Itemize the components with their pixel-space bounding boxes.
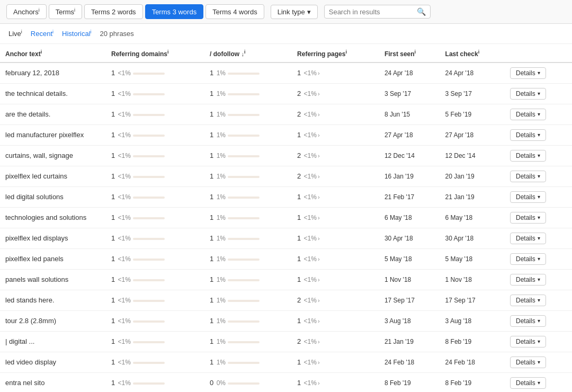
ref-pages-cell: 2 <1%› (292, 331, 379, 352)
dofollow-cell: 1 1% (204, 310, 292, 331)
anchor-text-cell: technologies and solutions (0, 207, 106, 228)
table-row: pixelflex led displays1 <1%1 1%1 <1%›30 … (0, 228, 572, 248)
anchor-text-cell: curtains, wall, signage (0, 145, 106, 166)
table-row: are the details.1 <1%1 1%2 <1%›8 Jun '15… (0, 104, 572, 124)
details-button[interactable]: Details ▾ (510, 67, 546, 79)
ref-pages-cell: 2 <1%› (292, 104, 379, 124)
nav-btn-terms3[interactable]: Terms 3 words (145, 4, 204, 19)
table-row: led stands here.1 <1%1 1%2 <1%›17 Sep '1… (0, 290, 572, 310)
table-row: tour 2.8 (2.8mm)1 <1%1 1%1 <1%›3 Aug '18… (0, 310, 572, 331)
first-seen-cell: 30 Apr '18 (379, 228, 440, 248)
details-cell: Details ▾ (505, 352, 572, 372)
ref-domains-cell: 1 <1% (106, 83, 204, 104)
col-header-1[interactable]: Referring domainsi (106, 44, 204, 63)
first-seen-cell: 21 Feb '17 (379, 186, 440, 207)
details-button[interactable]: Details ▾ (510, 253, 546, 265)
ref-pages-cell: 1 <1%› (292, 310, 379, 331)
nav-btn-anchors[interactable]: Anchorsi (6, 4, 47, 19)
details-button[interactable]: Details ▾ (510, 191, 546, 203)
col-header-4[interactable]: First seeni (379, 44, 440, 63)
col-header-0[interactable]: Anchor texti (0, 44, 106, 63)
first-seen-cell: 3 Sep '17 (379, 83, 440, 104)
details-cell: Details ▾ (505, 248, 572, 269)
ref-pages-cell: 1 <1%› (292, 186, 379, 207)
col-header-3[interactable]: Referring pagesi (292, 44, 379, 63)
first-seen-cell: 27 Apr '18 (379, 124, 440, 145)
details-button[interactable]: Details ▾ (510, 357, 546, 368)
first-seen-cell: 3 Aug '18 (379, 310, 440, 331)
table-row: | digital ...1 <1%1 1%2 <1%›21 Jan '198 … (0, 331, 572, 352)
ref-pages-cell: 1 <1%› (292, 207, 379, 228)
col-header-5[interactable]: Last checki (440, 44, 505, 63)
anchor-text-cell: | digital ... (0, 331, 106, 352)
top-navigation: AnchorsiTermsiTerms 2 wordsTerms 3 words… (0, 0, 572, 24)
ref-pages-cell: 1 <1%› (292, 248, 379, 269)
details-button[interactable]: Details ▾ (510, 336, 546, 348)
sub-nav-items: LiveiRecentiHistoricali (8, 29, 92, 38)
phrase-count: 20 phrases (100, 30, 134, 38)
anchor-text-cell: led video display (0, 352, 106, 372)
table-body: february 12, 20181 <1%1 1%1 <1%›24 Apr '… (0, 63, 572, 392)
dofollow-cell: 1 1% (204, 352, 292, 372)
details-cell: Details ▾ (505, 310, 572, 331)
details-button[interactable]: Details ▾ (510, 233, 546, 244)
ref-pages-cell: 1 <1%› (292, 352, 379, 372)
link-type-button[interactable]: Link type ▾ (271, 5, 318, 19)
details-button[interactable]: Details ▾ (510, 129, 546, 141)
col-header-2[interactable]: / dofollow ↓i (204, 44, 292, 63)
data-table-wrap: Anchor textiReferring domainsi/ dofollow… (0, 44, 572, 392)
sub-nav-item-2[interactable]: Historicali (62, 29, 91, 38)
table-header-row: Anchor textiReferring domainsi/ dofollow… (0, 44, 572, 63)
last-check-cell: 3 Aug '18 (440, 310, 505, 331)
ref-pages-cell: 2 <1%› (292, 290, 379, 310)
first-seen-cell: 17 Sep '17 (379, 290, 440, 310)
sub-nav-item-0[interactable]: Livei (8, 29, 22, 38)
ref-domains-cell: 1 <1% (106, 166, 204, 186)
first-seen-cell: 8 Jun '15 (379, 104, 440, 124)
sub-navigation: LiveiRecentiHistoricali 20 phrases (0, 24, 572, 43)
last-check-cell: 8 Feb '19 (440, 331, 505, 352)
nav-btn-terms[interactable]: Termsi (49, 4, 82, 19)
table-row: curtains, wall, signage1 <1%1 1%2 <1%›12… (0, 145, 572, 166)
first-seen-cell: 12 Dec '14 (379, 145, 440, 166)
nav-btn-terms2[interactable]: Terms 2 words (84, 4, 143, 19)
details-button[interactable]: Details ▾ (510, 109, 546, 120)
last-check-cell: 3 Sep '17 (440, 83, 505, 104)
table-row: pixelflex led curtains1 <1%1 1%2 <1%›16 … (0, 166, 572, 186)
details-button[interactable]: Details ▾ (510, 274, 546, 286)
details-button[interactable]: Details ▾ (510, 171, 546, 182)
dofollow-cell: 1 1% (204, 186, 292, 207)
ref-pages-cell: 2 <1%› (292, 166, 379, 186)
link-type-label: Link type (278, 8, 305, 16)
first-seen-cell: 1 Nov '18 (379, 269, 440, 290)
ref-domains-cell: 1 <1% (106, 124, 204, 145)
last-check-cell: 21 Jan '19 (440, 186, 505, 207)
anchor-text-cell: led manufacturer pixelflex (0, 124, 106, 145)
details-button[interactable]: Details ▾ (510, 88, 546, 100)
sub-nav-item-1[interactable]: Recenti (31, 29, 53, 38)
details-button[interactable]: Details ▾ (510, 295, 546, 306)
dofollow-cell: 1 1% (204, 63, 292, 84)
dofollow-cell: 1 1% (204, 269, 292, 290)
details-button[interactable]: Details ▾ (510, 315, 546, 327)
details-button[interactable]: Details ▾ (510, 150, 546, 162)
table-row: february 12, 20181 <1%1 1%1 <1%›24 Apr '… (0, 63, 572, 84)
first-seen-cell: 5 May '18 (379, 248, 440, 269)
details-button[interactable]: Details ▾ (510, 377, 546, 389)
dofollow-cell: 1 1% (204, 145, 292, 166)
search-icon[interactable]: 🔍 (417, 7, 426, 16)
first-seen-cell: 24 Apr '18 (379, 63, 440, 84)
ref-domains-cell: 1 <1% (106, 145, 204, 166)
details-cell: Details ▾ (505, 124, 572, 145)
details-cell: Details ▾ (505, 186, 572, 207)
anchor-text-cell: pixelflex led curtains (0, 166, 106, 186)
details-button[interactable]: Details ▾ (510, 212, 546, 224)
search-input[interactable] (329, 8, 414, 16)
first-seen-cell: 8 Feb '19 (379, 372, 440, 392)
table-row: panels wall solutions1 <1%1 1%1 <1%›1 No… (0, 269, 572, 290)
nav-btn-terms4[interactable]: Terms 4 words (205, 4, 264, 19)
last-check-cell: 5 Feb '19 (440, 104, 505, 124)
ref-pages-cell: 2 <1%› (292, 145, 379, 166)
first-seen-cell: 21 Jan '19 (379, 331, 440, 352)
details-cell: Details ▾ (505, 166, 572, 186)
